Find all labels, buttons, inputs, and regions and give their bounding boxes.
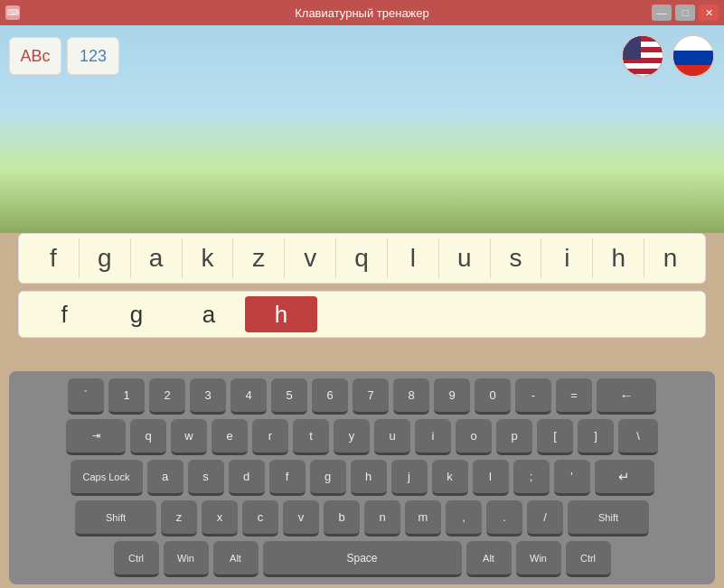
target-letter: v xyxy=(285,238,336,278)
key-win[interactable]: Win xyxy=(516,541,561,577)
key-caps-lock[interactable]: Caps Lock xyxy=(71,460,143,496)
window-controls: — □ ✕ xyxy=(652,5,719,21)
key-space[interactable]: Space xyxy=(263,541,462,577)
key-v[interactable]: v xyxy=(283,500,319,537)
key-3[interactable]: 3 xyxy=(190,378,226,415)
svg-rect-9 xyxy=(623,36,641,60)
key-x[interactable]: x xyxy=(202,500,238,537)
keyboard-row: Shiftzxcvbnm,./Shift xyxy=(14,500,710,537)
typed-letter: a xyxy=(173,296,245,332)
key-shift[interactable]: Shift xyxy=(75,500,156,537)
key-;[interactable]: ; xyxy=(513,460,550,496)
key-][interactable]: ] xyxy=(578,419,614,455)
key-1[interactable]: 1 xyxy=(108,378,145,415)
key-m[interactable]: m xyxy=(405,500,441,537)
target-letter: l xyxy=(388,238,439,278)
key-d[interactable]: d xyxy=(229,460,265,496)
svg-rect-12 xyxy=(673,65,715,78)
target-letter: u xyxy=(439,238,491,278)
target-letter: q xyxy=(336,238,388,278)
close-button[interactable]: ✕ xyxy=(699,5,719,21)
key-9[interactable]: 9 xyxy=(434,378,470,415)
english-language-button[interactable] xyxy=(621,34,664,78)
svg-rect-6 xyxy=(623,63,664,69)
main-area: ABc 123 xyxy=(0,25,724,588)
key-5[interactable]: 5 xyxy=(271,378,307,415)
key-ctrl[interactable]: Ctrl xyxy=(114,541,159,577)
target-letter: k xyxy=(183,238,234,278)
target-letter: z xyxy=(233,238,285,278)
maximize-button[interactable]: □ xyxy=(675,5,695,21)
key-e[interactable]: e xyxy=(212,419,248,455)
key-o[interactable]: o xyxy=(456,419,492,455)
key-←[interactable]: ← xyxy=(597,378,656,415)
key-g[interactable]: g xyxy=(310,460,346,496)
key-a[interactable]: a xyxy=(147,460,183,496)
key-↵[interactable]: ↵ xyxy=(595,460,654,496)
mode-buttons: ABc 123 xyxy=(9,37,119,75)
language-buttons xyxy=(621,34,715,78)
key-h[interactable]: h xyxy=(351,460,387,496)
key-=[interactable]: = xyxy=(556,378,592,415)
keyboard: `1234567890-=←⇥qwertyuiop[]\Caps Lockasd… xyxy=(9,371,715,584)
key-u[interactable]: u xyxy=(374,419,410,455)
key-4[interactable]: 4 xyxy=(230,378,267,415)
key-r[interactable]: r xyxy=(252,419,288,455)
typed-letter: g xyxy=(100,296,173,332)
target-letter: h xyxy=(593,238,644,278)
key-2[interactable]: 2 xyxy=(149,378,185,415)
key-w[interactable]: w xyxy=(171,419,207,455)
key-0[interactable]: 0 xyxy=(475,378,511,415)
key-p[interactable]: p xyxy=(496,419,532,455)
key-7[interactable]: 7 xyxy=(353,378,389,415)
key-b[interactable]: b xyxy=(324,500,360,537)
key-c[interactable]: c xyxy=(242,500,278,537)
app-icon: ⌨ xyxy=(5,5,20,20)
key-,[interactable]: , xyxy=(446,500,482,537)
key-\[interactable]: \ xyxy=(618,419,658,455)
keyboard-row: ⇥qwertyuiop[]\ xyxy=(14,419,710,455)
key-i[interactable]: i xyxy=(415,419,451,455)
toolbar: ABc 123 xyxy=(9,34,715,78)
num-mode-button[interactable]: 123 xyxy=(67,37,119,75)
key-alt[interactable]: Alt xyxy=(466,541,512,577)
abc-mode-button[interactable]: ABc xyxy=(9,37,61,75)
key-6[interactable]: 6 xyxy=(312,378,348,415)
key-/[interactable]: / xyxy=(527,500,563,537)
letter-display: fgakzvqlusihn fgah xyxy=(18,233,706,338)
key-f[interactable]: f xyxy=(269,460,306,496)
keyboard-row: Caps Lockasdfghjkl;'↵ xyxy=(14,460,710,496)
key-shift[interactable]: Shift xyxy=(568,500,649,537)
key-n[interactable]: n xyxy=(364,500,400,537)
key-q[interactable]: q xyxy=(130,419,166,455)
key-z[interactable]: z xyxy=(161,500,197,537)
key-[[interactable]: [ xyxy=(537,419,573,455)
window-title: Клавиатурный тренажер xyxy=(295,6,429,20)
svg-rect-7 xyxy=(623,69,664,74)
minimize-button[interactable]: — xyxy=(652,5,672,21)
target-letter: i xyxy=(541,238,593,278)
key-8[interactable]: 8 xyxy=(393,378,429,415)
key-win[interactable]: Win xyxy=(164,541,209,577)
key-t[interactable]: t xyxy=(293,419,329,455)
key-k[interactable]: k xyxy=(432,460,468,496)
target-row: fgakzvqlusihn xyxy=(18,233,706,284)
key-.[interactable]: . xyxy=(486,500,522,537)
key-⇥[interactable]: ⇥ xyxy=(66,419,126,455)
key-ctrl[interactable]: Ctrl xyxy=(566,541,611,577)
key-alt[interactable]: Alt xyxy=(213,541,259,577)
key-l[interactable]: l xyxy=(473,460,509,496)
keyboard-row: `1234567890-=← xyxy=(14,378,710,415)
key-`[interactable]: ` xyxy=(68,378,104,415)
key-y[interactable]: y xyxy=(334,419,370,455)
key-'[interactable]: ' xyxy=(554,460,590,496)
russian-language-button[interactable] xyxy=(672,34,715,78)
key--[interactable]: - xyxy=(515,378,551,415)
target-letter: n xyxy=(644,238,696,278)
target-letter: a xyxy=(131,238,183,278)
key-s[interactable]: s xyxy=(188,460,224,496)
key-j[interactable]: j xyxy=(391,460,428,496)
target-letter: s xyxy=(491,238,542,278)
typed-letter: f xyxy=(28,296,100,332)
keyboard-row: CtrlWinAltSpaceAltWinCtrl xyxy=(14,541,710,577)
